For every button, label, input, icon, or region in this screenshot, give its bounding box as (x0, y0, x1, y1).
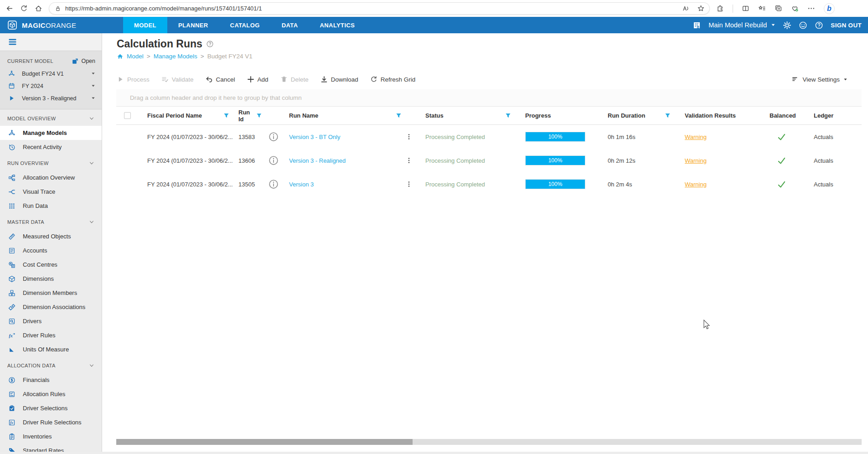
filter-funnel-icon[interactable] (505, 113, 511, 119)
horizontal-scrollbar-thumb[interactable] (116, 439, 413, 445)
sidebar-item-dimension-members[interactable]: Dimension Members (0, 286, 102, 300)
tab-model[interactable]: MODEL (123, 17, 167, 33)
run-duration-text: 0h 1m 16s (608, 134, 636, 140)
tab-catalog[interactable]: CATALOG (219, 17, 271, 33)
sidebar-item-driver-selections[interactable]: Driver Selections (0, 401, 102, 415)
sidebar-item-allocation-overview[interactable]: Allocation Overview (0, 170, 102, 185)
sidebar-item-visual-trace[interactable]: Visual Trace (0, 185, 102, 199)
sidebar-item-inventories[interactable]: Inventories (0, 429, 102, 444)
sidebar-item-manage-models[interactable]: Manage Models (0, 126, 102, 140)
sidebar-section-header[interactable]: MODEL OVERVIEW (0, 111, 102, 126)
back-icon[interactable] (5, 5, 13, 12)
settings-gear-icon[interactable] (783, 21, 791, 30)
current-model-item[interactable]: Budget FY24 V1 (0, 67, 102, 80)
sidebar-item-run-data[interactable]: Run Data (0, 199, 102, 213)
open-model-button[interactable]: Open (72, 58, 95, 65)
tag-icon (8, 447, 16, 452)
caret-down-icon[interactable] (91, 96, 95, 100)
column-header-progress[interactable]: Progress (525, 112, 551, 119)
column-header-fiscal-period-name[interactable]: Fiscal Period Name (147, 112, 202, 119)
info-icon[interactable] (269, 179, 279, 189)
help-icon[interactable] (815, 21, 823, 30)
sidebar-item-drivers[interactable]: Drivers (0, 314, 102, 328)
sidebar-item-allocation-rules[interactable]: Allocation Rules (0, 387, 102, 401)
add-button[interactable]: Add (247, 76, 269, 83)
validation-warning-link[interactable]: Warning (685, 134, 707, 140)
breadcrumb-link[interactable]: Manage Models (154, 53, 197, 60)
horizontal-scrollbar[interactable] (116, 439, 862, 445)
read-aloud-icon[interactable] (682, 5, 690, 12)
feedback-smiley-icon[interactable] (799, 21, 807, 30)
kebab-menu-icon[interactable] (405, 133, 413, 140)
sign-out-button[interactable]: SIGN OUT (831, 22, 862, 29)
sidebar-item-financials[interactable]: Financials (0, 373, 102, 387)
column-header-validation-results[interactable]: Validation Results (685, 112, 736, 119)
tab-analytics[interactable]: ANALYTICS (309, 17, 366, 33)
filter-funnel-icon[interactable] (396, 113, 402, 119)
lock-icon[interactable] (55, 5, 61, 12)
collections-icon[interactable] (775, 5, 782, 12)
download-button[interactable]: Download (320, 76, 358, 83)
sidebar-item-measured-objects[interactable]: Measured Objects (0, 229, 102, 243)
kebab-menu-icon[interactable] (405, 181, 413, 188)
page-help-icon[interactable] (206, 40, 214, 48)
group-by-dropzone[interactable]: Drag a column header and drop it here to… (116, 89, 862, 107)
run-name-link[interactable]: Version 3 - Realigned (289, 157, 346, 164)
status-cell: Processing Completed (424, 125, 515, 149)
sidebar-item-dimensions[interactable]: Dimensions (0, 272, 102, 286)
view-settings-button[interactable]: View Settings (792, 76, 847, 83)
sidebar-item-cost-centres[interactable]: Cost Centres (0, 258, 102, 272)
breadcrumb-home-icon[interactable] (117, 53, 124, 60)
run-name-link[interactable]: Version 3 (289, 181, 314, 188)
refresh-icon[interactable] (20, 5, 28, 12)
validation-warning-link[interactable]: Warning (685, 157, 707, 164)
filter-funnel-icon[interactable] (223, 113, 229, 119)
filter-funnel-icon[interactable] (665, 113, 671, 119)
favorite-star-icon[interactable] (697, 5, 705, 12)
sidebar-section-header[interactable]: RUN OVERVIEW (0, 155, 102, 170)
cancel-button[interactable]: Cancel (206, 76, 235, 83)
sidebar-item-driver-rule-selections[interactable]: fxDriver Rule Selections (0, 415, 102, 429)
column-header-ledger[interactable]: Ledger (814, 112, 833, 119)
split-screen-icon[interactable] (742, 5, 749, 12)
filter-funnel-icon[interactable] (256, 113, 262, 119)
info-icon[interactable] (269, 155, 279, 165)
model-selector[interactable]: Main Model Rebuild (708, 21, 775, 29)
current-model-item[interactable]: Version 3 - Realigned (0, 92, 102, 104)
favorites-bar-icon[interactable] (758, 5, 766, 12)
copilot-icon[interactable]: b (824, 3, 835, 14)
kebab-menu-icon[interactable] (405, 157, 413, 164)
select-all-checkbox[interactable] (124, 112, 131, 119)
tab-planner[interactable]: PLANNER (167, 17, 219, 33)
column-header-run-id[interactable]: Run Id (238, 109, 256, 123)
info-icon[interactable] (269, 132, 279, 142)
menu-icon[interactable] (8, 38, 17, 46)
column-header-balanced[interactable]: Balanced (770, 112, 796, 119)
sidebar-section-header[interactable]: MASTER DATA (0, 214, 102, 229)
run-name-link[interactable]: Version 3 - BT Only (289, 134, 340, 140)
extensions-icon[interactable] (716, 5, 724, 12)
breadcrumb-link[interactable]: Model (127, 53, 144, 60)
current-model-item[interactable]: FY 2024 (0, 80, 102, 92)
sidebar-item-driver-rules[interactable]: fxDriver Rules (0, 328, 102, 342)
browser-more-icon[interactable] (807, 5, 815, 12)
refresh-grid-button[interactable]: Refresh Grid (370, 76, 416, 83)
address-bar[interactable]: https://rmb-admin.magicorange.com/model/… (49, 2, 710, 15)
sidebar-section-header[interactable]: ALLOCATION DATA (0, 358, 102, 373)
sidebar-item-dimension-associations[interactable]: Dimension Associations (0, 300, 102, 314)
validation-warning-link[interactable]: Warning (685, 181, 707, 188)
sidebar-item-units-of-measure[interactable]: Units Of Measure (0, 342, 102, 356)
home-icon[interactable] (35, 5, 42, 12)
sidebar-item-accounts[interactable]: Accounts (0, 243, 102, 258)
brand-logo[interactable]: MAGICORANGE (0, 17, 102, 33)
tab-data[interactable]: DATA (271, 17, 309, 33)
column-header-status[interactable]: Status (425, 112, 444, 119)
browser-essentials-icon[interactable] (791, 5, 799, 12)
column-header-run-duration[interactable]: Run Duration (608, 112, 645, 119)
caret-down-icon[interactable] (91, 72, 95, 76)
sidebar-item-standard-rates[interactable]: Standard Rates (0, 444, 102, 452)
sidebar-item-recent-activity[interactable]: Recent Activity (0, 140, 102, 154)
column-header-run-name[interactable]: Run Name (289, 112, 318, 119)
url-text[interactable]: https://rmb-admin.magicorange.com/model/… (65, 5, 682, 12)
caret-down-icon[interactable] (91, 84, 95, 88)
